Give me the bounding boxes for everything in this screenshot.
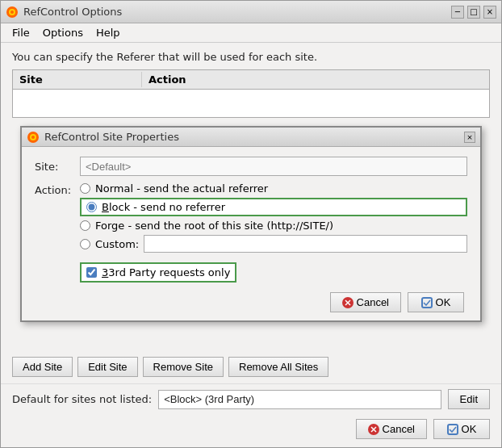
radio-block-label: Block - send no referrer — [102, 201, 225, 213]
remove-site-button[interactable]: Remove Site — [143, 357, 224, 377]
main-cancel-icon — [368, 424, 379, 435]
description-text: You can specify the Referer that will be… — [12, 51, 490, 63]
inner-dialog: RefControl Site Properties × Site: Actio… — [20, 126, 482, 322]
site-label: Site: — [35, 161, 80, 173]
main-ok-label: OK — [462, 423, 477, 435]
radio-normal[interactable] — [80, 183, 90, 194]
title-bar: RefControl Options − □ × — [1, 1, 501, 23]
site-input[interactable] — [80, 157, 467, 176]
inner-dialog-title: RefControl Site Properties — [44, 131, 179, 143]
bottom-buttons-row: Add Site Edit Site Remove Site Remove Al… — [1, 354, 501, 383]
radio-custom-label: Custom: — [95, 238, 139, 250]
main-ok-button[interactable]: OK — [433, 419, 490, 439]
table-header: Site Action — [13, 70, 489, 90]
inner-cancel-button[interactable]: Cancel — [330, 292, 401, 312]
main-dialog-buttons: Cancel OK — [1, 414, 501, 447]
default-row: Default for sites not listed: Edit — [1, 383, 501, 414]
site-row: Site: — [35, 157, 467, 176]
inner-title-bar: RefControl Site Properties × — [22, 128, 480, 147]
close-button[interactable]: × — [483, 6, 496, 19]
radio-custom-option: Custom: — [80, 235, 467, 253]
inner-content: Site: Action: Normal - send the actual r… — [22, 147, 480, 320]
action-label: Action: — [35, 182, 80, 196]
svg-point-5 — [31, 136, 35, 139]
default-label: Default for sites not listed: — [12, 393, 152, 405]
third-party-row: 33rd Party requests only — [80, 262, 236, 283]
svg-point-2 — [10, 10, 14, 14]
inner-dialog-buttons: Cancel OK — [35, 292, 467, 312]
custom-input[interactable] — [144, 235, 467, 253]
menubar: File Options Help — [1, 23, 501, 43]
radio-block-option: Block - send no referrer — [80, 198, 467, 216]
title-bar-left: RefControl Options — [6, 6, 122, 19]
third-party-checkbox[interactable] — [86, 267, 97, 278]
third-party-container: 33rd Party requests only — [35, 259, 467, 283]
radio-block[interactable] — [86, 202, 97, 212]
inner-ok-button[interactable]: OK — [408, 292, 464, 312]
radio-forge-label: Forge - send the root of this site (http… — [95, 220, 333, 232]
edit-site-button[interactable]: Edit Site — [77, 357, 137, 377]
add-site-button[interactable]: Add Site — [12, 357, 73, 377]
inner-title-buttons: × — [464, 132, 475, 143]
maximize-button[interactable]: □ — [467, 6, 480, 19]
radio-custom[interactable] — [80, 239, 90, 249]
menu-options[interactable]: Options — [36, 25, 90, 40]
radio-forge-option: Forge - send the root of this site (http… — [80, 220, 467, 232]
remove-all-sites-button[interactable]: Remove All Sites — [228, 357, 328, 377]
third-party-label: 33rd Party requests only — [102, 266, 230, 278]
menu-file[interactable]: File — [6, 25, 36, 40]
main-ok-icon — [447, 424, 458, 435]
col-site-header: Site — [13, 72, 142, 87]
action-row: Action: Normal - send the actual referre… — [35, 182, 467, 253]
inner-cancel-label: Cancel — [357, 296, 389, 308]
radio-normal-label: Normal - send the actual referrer — [95, 182, 268, 195]
radio-forge[interactable] — [80, 220, 90, 231]
main-cancel-label: Cancel — [383, 423, 415, 435]
main-window: RefControl Options − □ × File Options He… — [0, 0, 502, 448]
inner-title-left: RefControl Site Properties — [27, 131, 179, 144]
default-value-input[interactable] — [158, 390, 441, 409]
site-table: Site Action — [12, 69, 490, 118]
default-edit-button[interactable]: Edit — [448, 389, 490, 409]
title-bar-buttons: − □ × — [451, 6, 496, 19]
inner-close-icon[interactable]: × — [464, 132, 475, 143]
cancel-icon — [342, 297, 353, 308]
menu-help[interactable]: Help — [90, 25, 127, 40]
main-cancel-button[interactable]: Cancel — [356, 419, 427, 439]
content-area: You can specify the Referer that will be… — [1, 43, 501, 354]
radio-normal-option: Normal - send the actual referrer — [80, 182, 467, 195]
inner-app-icon — [27, 131, 40, 144]
app-icon — [6, 6, 19, 19]
col-action-header: Action — [142, 72, 193, 87]
minimize-button[interactable]: − — [451, 6, 464, 19]
window-title: RefControl Options — [23, 6, 122, 18]
inner-ok-label: OK — [436, 296, 451, 308]
ok-icon — [421, 297, 433, 308]
action-options: Normal - send the actual referrer Block … — [80, 182, 467, 253]
